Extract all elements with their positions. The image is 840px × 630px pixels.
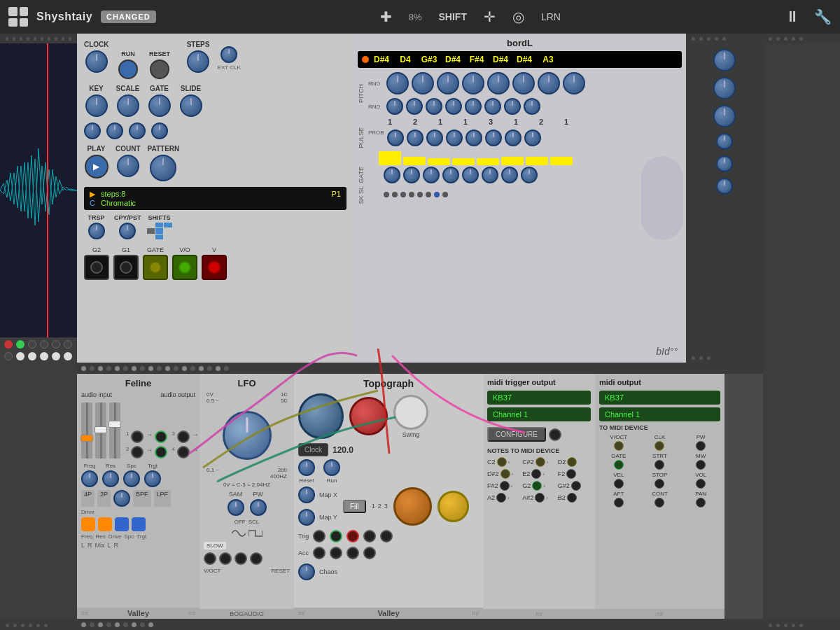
io-dot-4[interactable] [64, 340, 72, 349]
io-dot-white3[interactable] [40, 352, 48, 360]
v-knob-1[interactable] [406, 98, 423, 115]
pitch-knob-5[interactable] [512, 72, 535, 94]
topo-reset-knob[interactable] [298, 459, 315, 476]
lfo-jack-3[interactable] [234, 552, 247, 565]
ch4-jack-in[interactable] [177, 446, 190, 458]
e2-jack[interactable] [531, 469, 541, 479]
sl-dot-6[interactable] [434, 192, 440, 197]
pitch-knob-4[interactable] [487, 72, 510, 94]
pattern-knob[interactable] [150, 155, 176, 181]
knob-extra-3[interactable] [129, 122, 146, 139]
pan-out-jack[interactable] [696, 498, 706, 507]
freq-knob[interactable] [81, 470, 98, 487]
d2-jack[interactable] [567, 457, 577, 467]
blue-btn-1[interactable] [115, 517, 129, 531]
pitch-knob-6[interactable] [538, 72, 560, 94]
pitch-knob-1[interactable] [412, 72, 434, 94]
ds2-jack[interactable] [500, 469, 510, 479]
gate-out-jack[interactable] [614, 460, 624, 470]
io-dot-2[interactable] [40, 340, 48, 349]
v-knob-3[interactable] [445, 98, 462, 115]
cpy-pst-knob[interactable] [119, 223, 136, 239]
res-knob[interactable] [102, 470, 119, 487]
fs2-jack[interactable] [500, 481, 510, 491]
io-dot-red[interactable] [4, 340, 13, 349]
f2-jack[interactable] [566, 469, 576, 479]
strt-out-jack[interactable] [654, 460, 664, 470]
orange-btn-1[interactable] [81, 517, 95, 531]
gs2-jack[interactable] [571, 481, 581, 491]
ch2-jack-out[interactable] [155, 446, 167, 458]
shift-label[interactable]: SHIFT [439, 11, 467, 22]
ch2-jack-in[interactable] [131, 446, 144, 458]
trgt-knob[interactable] [144, 470, 161, 487]
topo-yellow-knob[interactable] [438, 491, 469, 522]
map-x-knob[interactable] [298, 486, 315, 503]
lfo-jack-1[interactable] [204, 552, 216, 565]
gate-knob-7[interactable] [521, 167, 538, 183]
fader-1[interactable] [81, 402, 92, 458]
sam-knob[interactable] [227, 499, 244, 516]
pitch-knob-7[interactable] [563, 72, 585, 94]
filter-4p[interactable]: 4P [81, 490, 94, 507]
right-knob-2[interactable] [713, 77, 736, 99]
v-knob-6[interactable] [504, 98, 521, 115]
key-knob[interactable] [85, 94, 108, 117]
count-knob[interactable] [117, 155, 139, 177]
ext-clk-knob[interactable] [220, 46, 237, 63]
lfo-jack-4[interactable] [250, 552, 262, 565]
reset-button[interactable] [150, 59, 169, 79]
trig-jack-3[interactable] [346, 530, 359, 542]
right-arrow[interactable] [155, 228, 163, 233]
gate-knob-6[interactable] [501, 167, 518, 183]
g2-jack[interactable] [532, 481, 542, 491]
vo-port[interactable] [172, 255, 197, 280]
v-port[interactable] [202, 255, 227, 280]
v-knob-0[interactable] [386, 98, 403, 115]
knob-extra-1[interactable] [84, 122, 101, 139]
cs2-jack[interactable] [536, 457, 545, 467]
topo-white-knob[interactable] [393, 395, 428, 430]
pw-knob[interactable] [250, 499, 267, 516]
right-knob-sm-3[interactable] [716, 178, 733, 195]
cont-out-jack[interactable] [654, 498, 664, 507]
trig-jack-5[interactable] [380, 530, 393, 542]
clock-knob[interactable] [85, 50, 108, 73]
app-grid-icon[interactable] [8, 7, 28, 27]
topo-orange-knob[interactable] [393, 487, 432, 526]
sl-dot-0[interactable] [384, 192, 389, 197]
fader-3[interactable] [109, 402, 120, 458]
io-dot-white5[interactable] [64, 352, 72, 360]
topo-main-knob[interactable] [298, 393, 344, 439]
sl-dot-2[interactable] [400, 192, 406, 197]
target-icon[interactable]: ◎ [512, 8, 524, 25]
sine-wave-icon[interactable] [232, 528, 246, 539]
filter-lpf[interactable]: LPF [154, 490, 172, 507]
ch3-jack-in[interactable] [177, 430, 190, 443]
chaos-knob[interactable] [298, 564, 315, 580]
g1-port[interactable] [113, 255, 139, 280]
topo-run-knob[interactable] [323, 459, 340, 476]
v-knob-5[interactable] [484, 98, 501, 115]
mw-out-jack[interactable] [696, 460, 706, 470]
slide-knob[interactable] [180, 94, 202, 117]
as2-jack[interactable] [535, 493, 545, 503]
io-dot-white[interactable] [16, 352, 24, 360]
prob-knob-0[interactable] [387, 130, 404, 146]
vol-out-jack[interactable] [696, 479, 706, 489]
spc-knob[interactable] [123, 470, 140, 487]
gate-knob-0[interactable] [384, 167, 400, 183]
clock-button[interactable]: Clock [298, 443, 328, 456]
a2-jack[interactable] [496, 493, 506, 503]
prob-knob-3[interactable] [446, 130, 463, 146]
right-knob-sm-2[interactable] [716, 155, 733, 172]
acc-jack-4[interactable] [363, 547, 376, 559]
io-dot-white2[interactable] [28, 352, 36, 360]
io-dot-5[interactable] [4, 352, 13, 360]
pause-icon[interactable]: ⏸ [785, 8, 800, 26]
knob-extra-4[interactable] [151, 122, 168, 139]
prob-knob-5[interactable] [485, 130, 502, 146]
move-icon[interactable]: ✛ [484, 8, 496, 25]
steps-knob[interactable] [187, 50, 209, 73]
acc-jack-3[interactable] [346, 547, 359, 559]
